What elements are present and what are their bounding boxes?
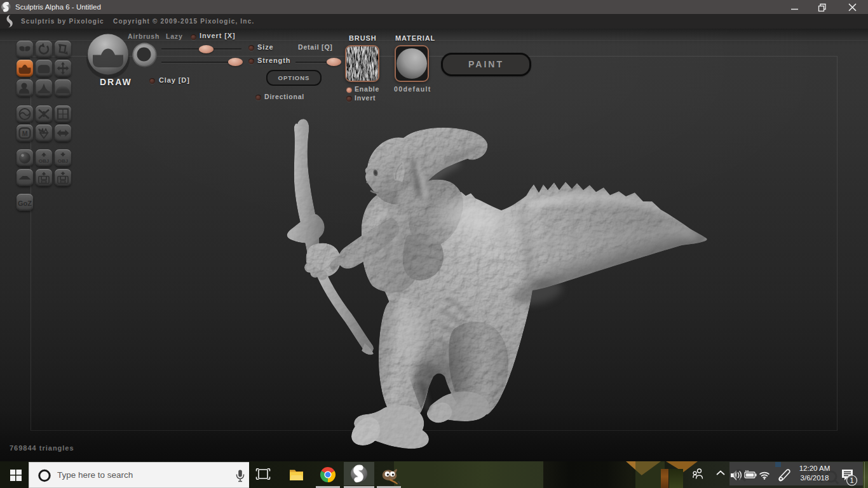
svg-text:1: 1 (850, 477, 853, 484)
svg-text:GoZ: GoZ (18, 200, 32, 207)
svg-text:OBJ: OBJ (58, 158, 68, 164)
svg-text:M: M (22, 130, 28, 137)
svg-text:OBJ: OBJ (39, 158, 49, 164)
